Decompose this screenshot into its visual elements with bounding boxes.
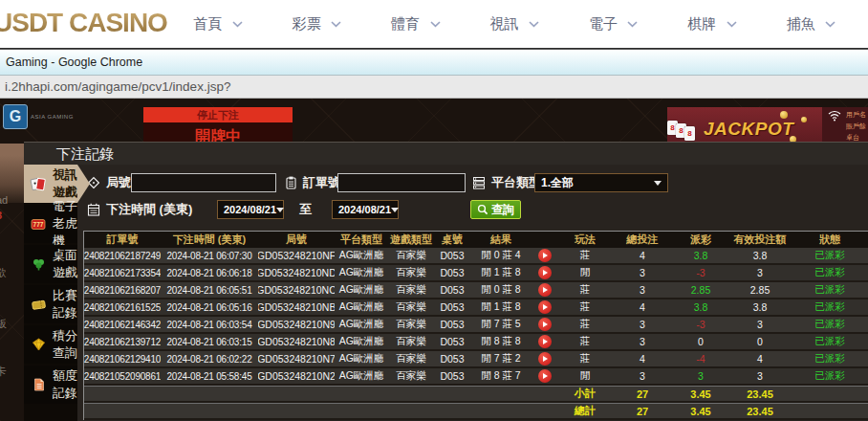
modal-body: 視訊遊戲777電子老虎機桌面遊戲比賽記錄積分查詢額度記錄 局號 訂 bbox=[24, 165, 868, 421]
col-game-type-cell: 百家樂 bbox=[388, 334, 434, 349]
col-play-type-cell: 莊 bbox=[558, 351, 612, 366]
replay-cell bbox=[532, 299, 558, 315]
bet-time-filter-label: 下注時間 (美東) bbox=[85, 201, 192, 218]
sidebar-item-label: 桌面遊戲 bbox=[53, 247, 77, 281]
coin-icon bbox=[801, 117, 807, 122]
clipped-text: ad bbox=[0, 194, 8, 206]
page-url: i.2hhapi.com/agingame/pcv1/index.jsp? bbox=[5, 79, 230, 94]
sidebar-item-額度記錄[interactable]: 額度記錄 bbox=[24, 366, 77, 404]
bet-records-table: 訂單號下注時間 (美東)局號平台類型遊戲類型桌號結果玩法總投注派彩有效投注額狀態… bbox=[83, 231, 868, 420]
date-to-select[interactable]: 2024/08/21 bbox=[332, 200, 399, 219]
col-replay-header bbox=[532, 232, 558, 248]
chevron-down-icon bbox=[391, 208, 399, 212]
col-play-type-cell: 莊 bbox=[558, 248, 612, 263]
col-result-cell: 閒 0 莊 4 bbox=[470, 248, 532, 263]
date-from-select[interactable]: 2024/08/21 bbox=[217, 200, 284, 219]
col-platform-cell: AG歐洲廳 bbox=[335, 334, 388, 349]
col-status-cell: 已派彩 bbox=[792, 317, 868, 332]
ag-brand-name: ASIA GAMING bbox=[31, 114, 74, 120]
replay-cell bbox=[532, 248, 558, 263]
replay-button[interactable] bbox=[538, 300, 552, 314]
chrome-window-titlebar[interactable]: Gaming - Google Chrome bbox=[0, 49, 868, 76]
jackpot-label: JACKPOT bbox=[704, 119, 793, 140]
col-round-cell: GD053248210NB bbox=[258, 299, 335, 315]
screen: USDT CASINO 首頁彩票體育視訊電子棋牌捕魚 Gaming - Goog… bbox=[0, 0, 868, 421]
col-bet-time-cell: 2024-08-21 06:07:30 bbox=[161, 248, 258, 263]
replay-button[interactable] bbox=[538, 352, 552, 366]
spacer bbox=[84, 387, 558, 401]
col-total-bet-cell: 3 bbox=[612, 368, 673, 384]
replay-button[interactable] bbox=[538, 318, 552, 331]
replay-button[interactable] bbox=[538, 369, 552, 383]
col-payout-cell: -4 bbox=[673, 351, 728, 366]
sidebar-item-比賽記錄[interactable]: 比賽記錄 bbox=[24, 285, 77, 323]
replay-button[interactable] bbox=[538, 249, 552, 262]
col-bet-time-cell: 2024-08-21 06:05:51 bbox=[161, 282, 258, 298]
col-game-type-cell: 百家樂 bbox=[388, 248, 434, 263]
order-filter-label: 訂單號 bbox=[282, 174, 340, 191]
order-input[interactable] bbox=[337, 173, 466, 192]
round-filter-label: 局號 bbox=[85, 174, 131, 191]
col-status-cell: 已派彩 bbox=[792, 334, 868, 349]
col-payout-cell: 2.85 bbox=[673, 282, 728, 298]
sidebar-item-視訊遊戲[interactable]: 視訊遊戲 bbox=[24, 165, 77, 203]
nav-item-label: 棋牌 bbox=[687, 15, 716, 33]
chrome-url-bar[interactable]: i.2hhapi.com/agingame/pcv1/index.jsp? bbox=[0, 76, 868, 99]
coin-icon bbox=[780, 111, 788, 119]
site-logo[interactable]: USDT CASINO bbox=[0, 8, 167, 38]
col-order-cell: 240821052090861 bbox=[84, 368, 161, 384]
nav-item-首頁[interactable]: 首頁 bbox=[193, 15, 246, 33]
records-sidebar: 視訊遊戲777電子老虎機桌面遊戲比賽記錄積分查詢額度記錄 bbox=[24, 165, 77, 421]
search-icon bbox=[477, 204, 488, 215]
subtotal-row-col-status bbox=[792, 387, 868, 401]
sidebar-item-電子老虎機[interactable]: 777電子老虎機 bbox=[24, 205, 77, 243]
table-row: 2408210621463422024-08-21 06:03:54GD0532… bbox=[84, 317, 868, 334]
platform-select[interactable]: 1.全部 bbox=[534, 173, 668, 192]
col-play-type-cell: 閒 bbox=[558, 265, 612, 280]
table-row: 2408210621682072024-08-21 06:05:51GD0532… bbox=[84, 282, 868, 299]
nav-item-label: 電子 bbox=[589, 15, 618, 33]
col-valid-bet-cell: 0 bbox=[728, 334, 792, 349]
replay-button[interactable] bbox=[538, 283, 552, 297]
nav-item-視訊[interactable]: 視訊 bbox=[489, 15, 542, 33]
round-filter-label-text: 局號 bbox=[106, 174, 131, 191]
sidebar-item-桌面遊戲[interactable]: 桌面遊戲 bbox=[24, 245, 77, 283]
nav-item-棋牌[interactable]: 棋牌 bbox=[687, 15, 740, 33]
col-total-bet-cell: 4 bbox=[612, 248, 673, 263]
filter-row-2: 下注時間 (美東) 2024/08/21 至 2024/08/21 bbox=[77, 199, 868, 223]
nav-item-捕魚[interactable]: 捕魚 bbox=[787, 15, 839, 33]
query-button[interactable]: 查詢 bbox=[470, 200, 521, 219]
sidebar-item-label: 額度記錄 bbox=[53, 367, 77, 402]
nav-item-電子[interactable]: 電子 bbox=[589, 15, 641, 33]
replay-button[interactable] bbox=[538, 335, 552, 348]
col-total-bet-cell: 3 bbox=[612, 334, 673, 349]
total-row-grand-col-valid-bet: 23.45 bbox=[728, 404, 792, 418]
ag-logo-letter: G bbox=[3, 104, 28, 129]
bet-time-filter-label-text: 下注時間 (美東) bbox=[106, 201, 192, 218]
play-icon bbox=[543, 321, 548, 327]
col-order-cell: 240821062139712 bbox=[84, 334, 161, 349]
col-order-cell: 240821062187249 bbox=[84, 248, 161, 263]
col-valid-bet-cell: 3.8 bbox=[728, 299, 792, 315]
replay-button[interactable] bbox=[538, 266, 552, 279]
col-game-type-cell: 百家樂 bbox=[388, 351, 434, 366]
col-bet-time-cell: 2024-08-21 06:03:54 bbox=[161, 317, 258, 332]
sidebar-item-積分查詢[interactable]: 積分查詢 bbox=[24, 325, 77, 364]
table-row: 2408210621733542024-08-21 06:06:18GD0532… bbox=[84, 265, 868, 282]
table-row: 2408210621872492024-08-21 06:07:30GD0532… bbox=[84, 248, 868, 265]
total-row-grand-col-status bbox=[792, 404, 868, 418]
col-round-cell: GD053248210NC bbox=[258, 282, 335, 298]
col-round-cell: GD053248210N9 bbox=[258, 317, 335, 332]
ticket-icon bbox=[30, 299, 47, 311]
col-total-bet-header: 總投注 bbox=[612, 232, 673, 248]
date-to-value: 2024/08/21 bbox=[338, 204, 391, 215]
nav-item-彩票[interactable]: 彩票 bbox=[293, 15, 345, 33]
col-platform-cell: AG歐洲廳 bbox=[335, 368, 388, 384]
col-round-cell: GD053248210N8 bbox=[258, 334, 335, 349]
nav-item-體育[interactable]: 體育 bbox=[391, 15, 444, 33]
round-input[interactable] bbox=[131, 173, 276, 192]
col-order-cell: 240821062173354 bbox=[84, 265, 161, 280]
total-row-grand: 總計273.4523.45 bbox=[84, 403, 868, 420]
clipboard-icon bbox=[282, 176, 299, 189]
sidebar-item-label: 視訊遊戲 bbox=[53, 166, 77, 201]
